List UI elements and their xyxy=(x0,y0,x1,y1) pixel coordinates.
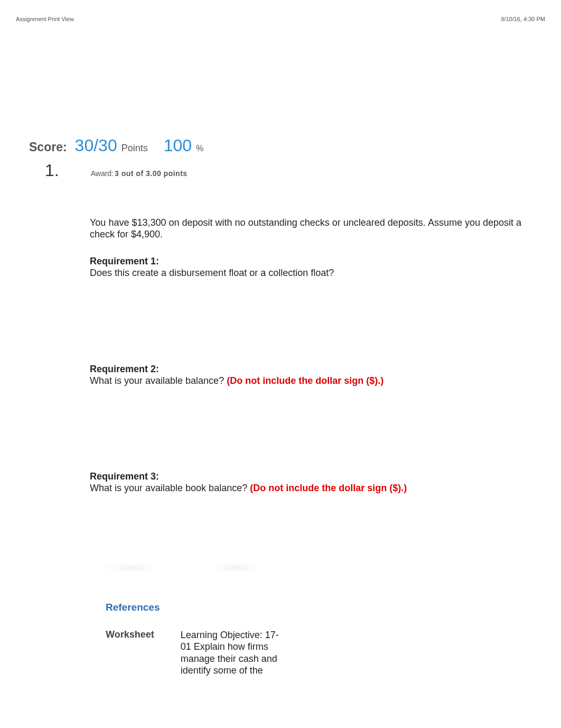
learning-objective: Learning Objective: 17-01 Explain how fi… xyxy=(181,629,281,677)
requirement-3: Requirement 3: What is your available bo… xyxy=(90,471,521,494)
requirement-1: Requirement 1: Does this create a disbur… xyxy=(90,256,521,279)
score-points-label: Points xyxy=(121,143,148,154)
question-number: 1. xyxy=(45,161,59,180)
main-content: Score: 30/30 Points 100 % 1. Award: 3 ou… xyxy=(0,22,561,677)
req2-label: Requirement 2: xyxy=(90,364,521,375)
blur-mark-2 xyxy=(209,563,261,573)
references-body: Worksheet Learning Objective: 17-01 Expl… xyxy=(106,629,521,677)
question-row: 1. Award: 3 out of 3.00 points xyxy=(45,161,532,180)
req1-text: Does this create a disbursement float or… xyxy=(90,267,521,279)
award-label: Award: xyxy=(91,169,114,178)
intro-text: You have $13,300 on deposit with no outs… xyxy=(90,217,521,240)
req3-label: Requirement 3: xyxy=(90,471,521,482)
score-row: Score: 30/30 Points 100 % xyxy=(29,136,532,155)
header-left: Assignment Print View xyxy=(16,16,74,22)
score-label: Score: xyxy=(29,140,67,154)
page-header: Assignment Print View 9/10/16, 4:30 PM xyxy=(0,0,561,22)
references-heading: References xyxy=(106,602,521,613)
req1-label: Requirement 1: xyxy=(90,256,521,267)
requirement-2: Requirement 2: What is your available ba… xyxy=(90,364,521,387)
req3-note: (Do not include the dollar sign ($).) xyxy=(250,483,407,493)
score-percent: 100 xyxy=(164,136,192,155)
question-body: You have $13,300 on deposit with no outs… xyxy=(90,217,521,677)
score-value: 30/30 xyxy=(75,136,117,155)
award-value: 3 out of 3.00 points xyxy=(115,169,188,178)
req2-text: What is your available balance? xyxy=(90,375,227,386)
worksheet-label: Worksheet xyxy=(106,629,154,677)
blur-mark-1 xyxy=(103,563,156,573)
header-right: 9/10/16, 4:30 PM xyxy=(501,16,545,22)
req2-note: (Do not include the dollar sign ($).) xyxy=(227,375,384,386)
blur-row xyxy=(103,563,521,573)
score-percent-sign: % xyxy=(196,144,203,153)
req3-text: What is your available book balance? xyxy=(90,483,250,493)
